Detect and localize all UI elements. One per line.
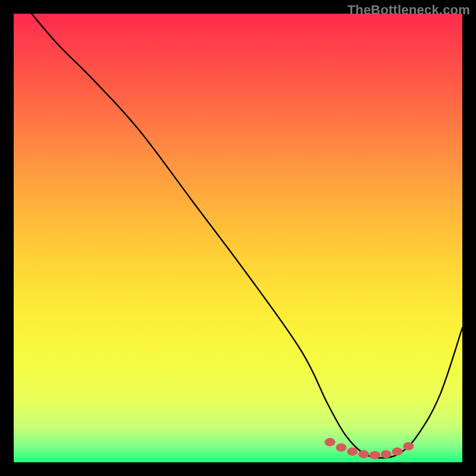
bottleneck-curve: [32, 14, 462, 458]
optimal-range-bead: [403, 442, 414, 450]
optimal-range-bead: [358, 450, 369, 458]
watermark-text: TheBottleneck.com: [347, 2, 470, 18]
chart-plot-area: [14, 14, 462, 462]
optimal-range-bead: [347, 447, 358, 456]
optimal-range-bead: [325, 438, 336, 446]
optimal-range-bead: [369, 451, 380, 459]
optimal-range-bead: [381, 450, 392, 458]
chart-svg: [14, 14, 462, 462]
optimal-range-bead: [392, 447, 403, 456]
optimal-range-bead: [336, 443, 346, 452]
